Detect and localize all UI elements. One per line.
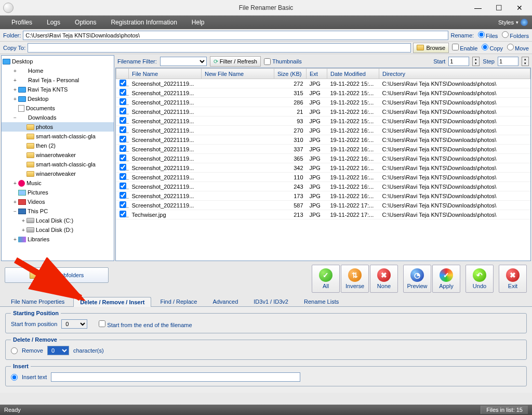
table-row[interactable]: Screenshot_20221119... 365 JPG 19-11-202… [116, 154, 530, 163]
rename-files-radio[interactable]: Files [477, 31, 498, 39]
insert-text-input[interactable] [51, 372, 300, 382]
thumbnails-checkbox[interactable]: Thumbnails [264, 58, 302, 65]
row-checkbox[interactable] [119, 183, 126, 189]
tree-node[interactable]: photos [2, 122, 114, 132]
insert-text-radio[interactable] [11, 374, 18, 381]
grid-header[interactable]: Date Modified [327, 69, 379, 79]
select-all-button[interactable]: ✓All [312, 265, 340, 293]
row-checkbox[interactable] [119, 126, 126, 133]
expand-icon[interactable]: + [12, 180, 18, 186]
grid-header[interactable]: Size (KB) [274, 69, 307, 79]
tab-id3[interactable]: ID3v1 / ID3v2 [247, 296, 295, 306]
grid-header[interactable]: New File Name [202, 69, 274, 79]
filter-select[interactable] [160, 57, 207, 66]
menu-options[interactable]: Options [68, 16, 103, 29]
tab-delete-remove-insert[interactable]: Delete / Remove / Insert [73, 297, 151, 307]
tree-node[interactable]: then (2) [2, 141, 114, 150]
menu-profiles[interactable]: Profiles [4, 16, 39, 29]
start-input[interactable] [448, 57, 469, 66]
table-row[interactable]: Screenshot_20221119... 21 JPG 19-11-2022… [116, 107, 530, 116]
tab-advanced[interactable]: Advanced [206, 296, 245, 306]
filter-refresh-button[interactable]: ⟳Filter / Refresh [210, 56, 261, 67]
file-grid[interactable]: File NameNew File NameSize (KB)ExtDate M… [115, 68, 531, 261]
tree-node[interactable]: smart-watch-classic-gla [2, 132, 114, 141]
table-row[interactable]: Screenshot_20221119... 243 JPG 19-11-202… [116, 182, 530, 191]
apply-button[interactable]: ✓Apply [432, 265, 460, 293]
tree-node[interactable]: +Local Disk (D:) [2, 225, 114, 235]
select-none-button[interactable]: ✖None [370, 265, 398, 293]
table-row[interactable]: Screenshot_20221119... 337 JPG 19-11-202… [116, 145, 530, 154]
table-row[interactable]: Techwiser.jpg 213 JPG 19-11-2022 17:... … [116, 210, 530, 219]
expand-icon[interactable]: + [12, 87, 18, 93]
expand-icon[interactable]: + [20, 227, 26, 233]
row-checkbox[interactable] [119, 154, 126, 161]
tree-node[interactable]: smart-watch-classic-gla [2, 160, 114, 169]
tree-node[interactable]: −This PC [2, 206, 114, 216]
expand-icon[interactable]: − [12, 115, 18, 121]
enable-checkbox[interactable]: Enable [451, 44, 477, 51]
move-radio[interactable]: Move [506, 44, 529, 51]
row-checkbox[interactable] [119, 201, 126, 208]
expand-icon[interactable] [20, 152, 26, 158]
tree-root[interactable]: Desktop [2, 57, 114, 66]
menu-registration[interactable]: Registration Information [103, 16, 184, 29]
row-checkbox[interactable] [119, 136, 126, 142]
rename-folders-radio[interactable]: Folders [501, 31, 529, 39]
maximize-button[interactable]: ☐ [488, 1, 509, 15]
table-row[interactable]: Screenshot_20221119... 110 JPG 19-11-202… [116, 173, 530, 182]
tree-node[interactable]: +Ravi Teja KNTS [2, 85, 114, 94]
table-row[interactable]: Screenshot_20221119... 93 JPG 19-11-2022… [116, 116, 530, 126]
table-row[interactable]: Screenshot_20221119... 587 JPG 19-11-202… [116, 201, 530, 210]
expand-icon[interactable] [12, 106, 18, 111]
expand-icon[interactable] [20, 124, 26, 130]
expand-icon[interactable] [20, 162, 26, 167]
row-checkbox[interactable] [119, 145, 126, 152]
tree-node[interactable]: +Home [2, 66, 114, 75]
table-row[interactable]: Screenshot_20221119... 286 JPG 19-11-202… [116, 98, 530, 107]
grid-header[interactable]: Ext [307, 69, 327, 79]
step-input[interactable] [498, 57, 518, 66]
start-from-select[interactable]: 0 [61, 319, 87, 329]
row-checkbox[interactable] [119, 98, 126, 105]
tree-node[interactable]: +Videos [2, 197, 114, 206]
grid-header[interactable]: File Name [129, 69, 202, 79]
tab-file-name-properties[interactable]: File Name Properties [4, 296, 71, 306]
expand-icon[interactable]: + [12, 199, 18, 205]
remove-radio[interactable] [11, 347, 18, 354]
tree-node[interactable]: winaerotweaker [2, 169, 114, 178]
tree-node[interactable]: Pictures [2, 188, 114, 197]
preview-button[interactable]: ◔Preview [403, 265, 431, 293]
tree-node[interactable]: +Libraries [2, 235, 114, 244]
row-checkbox[interactable] [119, 173, 126, 180]
table-row[interactable]: Screenshot_20221119... 270 JPG 19-11-202… [116, 126, 530, 135]
table-row[interactable]: Screenshot_20221119... 342 JPG 19-11-202… [116, 163, 530, 173]
folder-tree[interactable]: Desktop +Home+Ravi Teja - Personal+Ravi … [1, 55, 114, 261]
browse-button[interactable]: Browse [413, 43, 449, 53]
minimize-button[interactable]: — [468, 1, 488, 15]
tree-node[interactable]: +Music [2, 178, 114, 188]
expand-icon[interactable] [20, 134, 26, 139]
table-row[interactable]: Screenshot_20221119... 173 JPG 19-11-202… [116, 191, 530, 201]
tree-node[interactable]: −Downloads [2, 113, 114, 122]
row-checkbox[interactable] [119, 108, 126, 114]
table-row[interactable]: Screenshot_20221119... 315 JPG 19-11-202… [116, 88, 530, 98]
scan-subfolders-button[interactable]: Scan Subfolders [5, 267, 109, 283]
grid-header[interactable]: Directory [379, 69, 530, 79]
tree-node[interactable]: winaerotweaker [2, 150, 114, 160]
expand-icon[interactable] [20, 171, 26, 177]
exit-button[interactable]: ✖Exit [499, 265, 527, 293]
row-checkbox[interactable] [119, 211, 126, 217]
menu-logs[interactable]: Logs [39, 16, 68, 29]
copy-radio[interactable]: Copy [481, 44, 503, 51]
expand-icon[interactable]: + [12, 77, 18, 83]
tree-node[interactable]: +Local Disk (C:) [2, 216, 114, 225]
expand-icon[interactable] [12, 190, 18, 196]
gear-icon[interactable] [521, 19, 528, 26]
row-checkbox[interactable] [119, 117, 126, 124]
undo-button[interactable]: ↶Undo [466, 265, 494, 293]
tab-rename-lists[interactable]: Rename Lists [297, 296, 345, 306]
table-row[interactable]: Screenshot_20221119... 310 JPG 19-11-202… [116, 135, 530, 145]
start-from-end-checkbox[interactable]: Start from the end of the filename [99, 320, 192, 328]
expand-icon[interactable]: + [12, 68, 18, 74]
folder-input[interactable] [23, 31, 448, 40]
